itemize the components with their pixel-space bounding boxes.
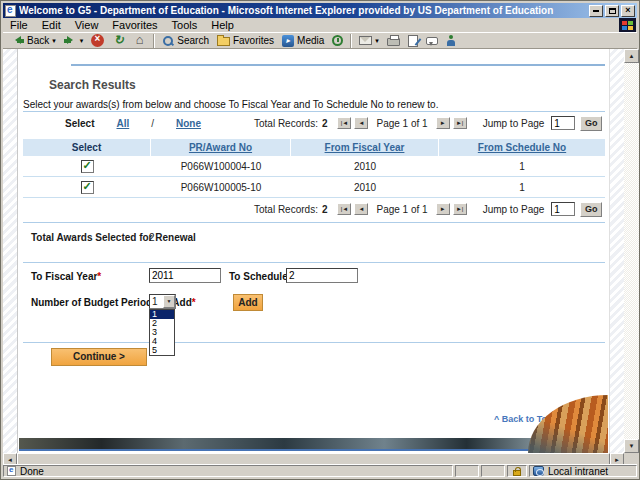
print-button[interactable] [383, 33, 404, 49]
status-pane [481, 465, 505, 477]
close-button[interactable]: × [621, 5, 635, 17]
prev-page-button[interactable]: ◄ [354, 117, 368, 129]
last-page-icon: ►| [456, 206, 464, 212]
media-button[interactable]: Media [278, 33, 328, 49]
edit-button[interactable] [404, 33, 422, 49]
messenger-icon [446, 35, 456, 47]
first-page-button[interactable]: |◄ [337, 117, 351, 129]
page-indicator: Page 1 of 1 [376, 118, 427, 129]
from-fiscal-year-cell: 2010 [291, 177, 439, 197]
add-button[interactable]: Add [233, 294, 263, 311]
total-records-label: Total Records: [254, 204, 318, 215]
select-all-link[interactable]: All [116, 118, 129, 129]
local-intranet-icon [533, 466, 544, 476]
lock-icon [513, 470, 521, 476]
favorites-label: Favorites [233, 35, 274, 46]
ie-document-icon [5, 5, 16, 17]
status-message-pane: Done [3, 465, 453, 477]
column-header-award-no[interactable]: PR/Award No [189, 142, 252, 153]
next-page-button[interactable]: ► [436, 203, 450, 215]
forward-dropdown-icon[interactable]: ▾ [80, 37, 84, 44]
scroll-down-button[interactable]: ▼ [624, 439, 639, 453]
restore-icon [609, 8, 616, 14]
to-fiscal-year-label: To Fiscal Year* [31, 271, 101, 282]
forward-icon [64, 36, 77, 45]
next-page-icon: ► [440, 206, 446, 212]
menu-favorites[interactable]: Favorites [105, 19, 164, 31]
row-checkbox[interactable] [81, 181, 94, 194]
menu-view[interactable]: View [68, 19, 106, 31]
to-fiscal-year-input[interactable] [149, 268, 221, 283]
budget-periods-selected-value: 1 [150, 295, 163, 308]
last-page-button[interactable]: ►| [453, 117, 467, 129]
refresh-button[interactable] [108, 33, 129, 49]
media-label: Media [297, 35, 324, 46]
total-records-value: 2 [322, 204, 328, 215]
prev-page-button[interactable]: ◄ [354, 203, 368, 215]
jump-to-page-input[interactable] [551, 202, 575, 216]
window-title: Welcome to G5 - Department of Education … [19, 5, 587, 16]
menu-help[interactable]: Help [204, 19, 241, 31]
scroll-up-button[interactable]: ▲ [624, 49, 639, 63]
budget-periods-select[interactable]: 1 ▼ [149, 294, 176, 309]
go-button[interactable]: Go [580, 116, 602, 131]
decorative-classroom-photo [528, 395, 608, 453]
vertical-scrollbar[interactable]: ▲ ▼ [624, 49, 639, 453]
discuss-button[interactable] [422, 33, 442, 49]
back-dropdown-icon[interactable]: ▾ [52, 37, 56, 44]
column-header-from-fiscal-year[interactable]: From Fiscal Year [325, 142, 405, 153]
prev-page-icon: ◄ [359, 206, 365, 212]
menu-bar: File Edit View Favorites Tools Help [3, 18, 637, 32]
dropdown-option[interactable]: 5 [150, 346, 174, 355]
back-button[interactable]: Back ▾ [7, 33, 60, 49]
mail-button[interactable]: ▾ [355, 33, 383, 49]
mail-icon [359, 36, 372, 45]
footer-gradient-bar [19, 438, 608, 451]
back-icon [11, 36, 24, 45]
prev-page-icon: ◄ [359, 120, 365, 126]
continue-button[interactable]: Continue > [51, 348, 147, 366]
to-schedule-no-input[interactable] [286, 268, 358, 283]
favorites-button[interactable]: Favorites [213, 33, 278, 49]
browser-window: Welcome to G5 - Department of Education … [0, 0, 640, 480]
menu-edit[interactable]: Edit [35, 19, 68, 31]
search-icon [162, 35, 174, 47]
first-page-button[interactable]: |◄ [337, 203, 351, 215]
minimize-button[interactable] [589, 5, 603, 17]
menu-file[interactable]: File [3, 19, 35, 31]
restore-button[interactable] [605, 5, 619, 17]
refresh-icon [112, 34, 125, 47]
scroll-left-icon: ◄ [7, 457, 13, 463]
scroll-right-icon: ► [614, 457, 620, 463]
awards-table: Select PR/Award No From Fiscal Year From… [23, 139, 605, 198]
home-icon [133, 34, 146, 47]
home-button[interactable] [129, 33, 150, 49]
history-button[interactable] [328, 33, 347, 49]
search-button[interactable]: Search [158, 33, 213, 49]
jump-to-page-input[interactable] [551, 116, 575, 130]
mail-dropdown-icon[interactable]: ▾ [375, 37, 379, 44]
column-header-from-schedule-no[interactable]: From Schedule No [478, 142, 566, 153]
chevron-down-icon[interactable]: ▼ [163, 295, 175, 308]
budget-periods-dropdown-list: 1 2 3 4 5 [149, 309, 175, 356]
title-bar[interactable]: Welcome to G5 - Department of Education … [3, 3, 637, 18]
messenger-button[interactable] [442, 33, 460, 49]
last-page-button[interactable]: ►| [453, 203, 467, 215]
security-pane [507, 465, 527, 477]
select-label: Select [65, 118, 94, 129]
award-no-cell: P066W100005-10 [151, 177, 291, 197]
stop-button[interactable] [87, 33, 108, 49]
forward-button[interactable]: ▾ [60, 33, 88, 49]
stop-icon [91, 34, 104, 47]
menu-tools[interactable]: Tools [165, 19, 205, 31]
pagination-bottom: Total Records: 2 |◄ ◄ Page 1 of 1 ► ►| J… [254, 199, 606, 219]
row-checkbox[interactable] [81, 160, 94, 173]
instruction-text: Select your awards(s) from below and cho… [23, 99, 438, 110]
search-label: Search [177, 35, 209, 46]
go-button[interactable]: Go [580, 202, 602, 217]
first-page-icon: |◄ [341, 206, 349, 212]
back-label: Back [27, 35, 49, 46]
next-page-button[interactable]: ► [436, 117, 450, 129]
scroll-down-icon: ▼ [629, 443, 635, 449]
select-none-link[interactable]: None [176, 118, 201, 129]
